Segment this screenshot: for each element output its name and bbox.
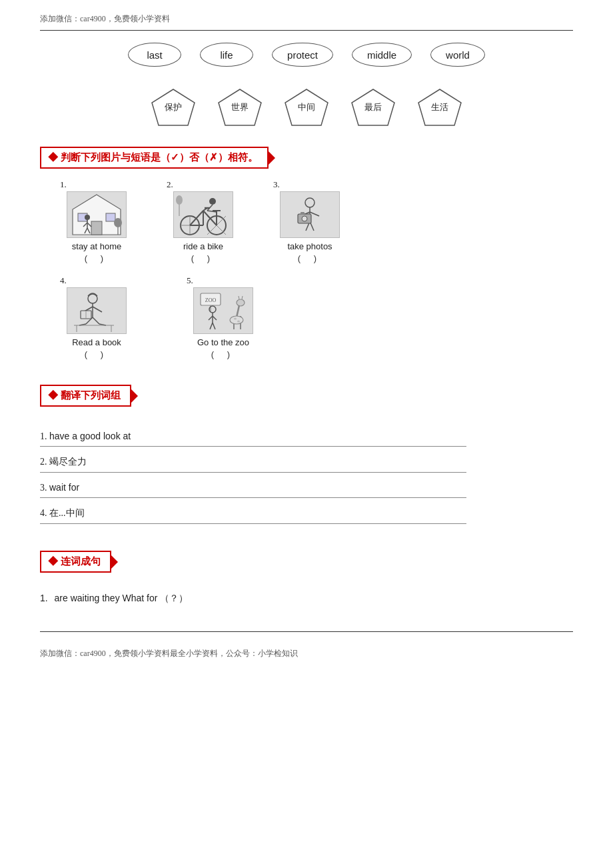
ex-label-3: take photos [287, 241, 332, 251]
translation-line-1 [40, 446, 466, 447]
ex-image-1 [67, 191, 127, 238]
svg-line-66 [239, 296, 239, 299]
pentagon-label-4: 生活 [431, 101, 448, 113]
section2-label: ◆ 翻译下列词组 [48, 389, 121, 402]
bottom-divider [40, 631, 573, 632]
word-life: life [200, 43, 253, 67]
svg-line-73 [209, 316, 213, 320]
ex-image-2 [173, 191, 233, 238]
translation-line-3 [40, 497, 466, 498]
exercise-item-2: 2. [167, 179, 240, 263]
svg-line-51 [93, 317, 99, 324]
ex-number-5: 5. [187, 275, 193, 286]
svg-rect-8 [106, 213, 115, 221]
section3-label: ◆ 连词成句 [48, 555, 101, 568]
translation-text-1: 1. have a good look at [40, 431, 131, 441]
ex-bracket-2: ( ) [191, 253, 215, 263]
pentagon-row: 保护 世界 中间 最后 生活 [40, 87, 573, 128]
svg-point-68 [230, 316, 243, 324]
svg-point-69 [234, 318, 237, 320]
translation-line-4 [40, 523, 466, 524]
ex-image-3 [280, 191, 340, 238]
svg-text:ZOO: ZOO [205, 297, 217, 303]
word-last: last [128, 43, 181, 67]
translation-item-3: 3. wait for [40, 482, 573, 498]
translation-section: 1. have a good look at 2. 竭尽全力 3. wait f… [40, 431, 573, 524]
pentagon-middle: 中间 [283, 87, 330, 128]
ex-bracket-1: ( ) [85, 253, 109, 263]
top-divider [40, 30, 573, 31]
svg-line-64 [237, 305, 239, 317]
word-bank: last life protect middle world [40, 43, 573, 67]
pentagon-label-1: 世界 [231, 101, 249, 113]
translation-text-2: 2. 竭尽全力 [40, 457, 87, 467]
word-middle: middle [352, 43, 412, 67]
pentagon-protect: 保护 [149, 87, 197, 128]
svg-point-16 [114, 218, 122, 227]
svg-point-35 [176, 195, 183, 205]
pentagon-label-3: 最后 [364, 101, 382, 113]
pentagon-label-2: 中间 [298, 101, 315, 113]
ex-number-3: 3. [273, 179, 280, 190]
svg-point-65 [237, 299, 245, 306]
ex-bracket-4: ( ) [85, 349, 109, 359]
sentence-section: 1. are waiting they What for （？） [40, 593, 573, 605]
word-world: world [430, 43, 485, 67]
svg-rect-6 [91, 221, 102, 235]
ex-image-4 [67, 287, 127, 334]
translation-item-4: 4. 在...中间 [40, 507, 573, 524]
bottom-note: 添加微信：car4900，免费领小学资料最全小学资料，公众号：小学检知识 [40, 648, 573, 659]
exercise-item-5: 5. ZOO [187, 275, 260, 359]
ex-label-2: ride a bike [183, 241, 223, 251]
svg-line-24 [203, 211, 217, 225]
sentence-item-1: 1. are waiting they What for （？） [40, 593, 573, 605]
top-note: 添加微信：car4900，免费领小学资料 [40, 13, 573, 25]
svg-line-76 [213, 323, 215, 329]
svg-line-75 [210, 323, 213, 329]
ex-bracket-5: ( ) [211, 349, 235, 359]
exercise-item-3: 3. take photos ( ) [273, 179, 346, 263]
ex-label-5: Go to the zoo [197, 337, 249, 347]
exercise-item-4: 4. [60, 275, 133, 359]
ex-image-5: ZOO [193, 287, 253, 334]
section2-header: ◆ 翻译下列词组 [40, 385, 131, 407]
svg-point-70 [237, 321, 240, 323]
svg-line-23 [190, 211, 203, 225]
ex-number-2: 2. [167, 179, 173, 190]
exercise-grid-top: 1. stay at h [40, 179, 573, 263]
ex-bracket-3: ( ) [298, 253, 322, 263]
translation-line-2 [40, 472, 466, 473]
translation-text-4: 4. 在...中间 [40, 508, 85, 518]
pentagon-world: 世界 [216, 87, 264, 128]
ex-number-4: 4. [60, 275, 67, 286]
svg-line-74 [213, 316, 217, 320]
translation-text-3: 3. wait for [40, 483, 79, 493]
ex-number-1: 1. [60, 179, 67, 190]
translation-item-1: 1. have a good look at [40, 431, 573, 447]
svg-point-45 [88, 294, 97, 303]
ex-label-1: stay at home [72, 241, 121, 251]
section1-label: ◆ 判断下列图片与短语是（✓）否（✗）相符。 [48, 151, 258, 164]
svg-line-67 [242, 296, 243, 299]
svg-point-31 [209, 198, 216, 205]
exercise-grid-bottom: 4. [40, 275, 573, 359]
translation-item-2: 2. 竭尽全力 [40, 456, 573, 473]
svg-point-36 [305, 198, 314, 207]
pentagon-last: 最后 [349, 87, 397, 128]
word-protect: protect [272, 43, 333, 67]
svg-rect-44 [301, 212, 305, 215]
exercise-item-1: 1. stay at h [60, 179, 133, 263]
pentagon-life: 生活 [416, 87, 464, 128]
section3-header: ◆ 连词成句 [40, 551, 111, 573]
section1-header: ◆ 判断下列图片与短语是（✓）否（✗）相符。 [40, 147, 269, 169]
svg-point-9 [85, 215, 90, 220]
ex-label-4: Read a book [72, 337, 121, 347]
svg-point-43 [302, 216, 307, 221]
pentagon-label-0: 保护 [165, 101, 182, 113]
svg-line-48 [93, 307, 102, 312]
